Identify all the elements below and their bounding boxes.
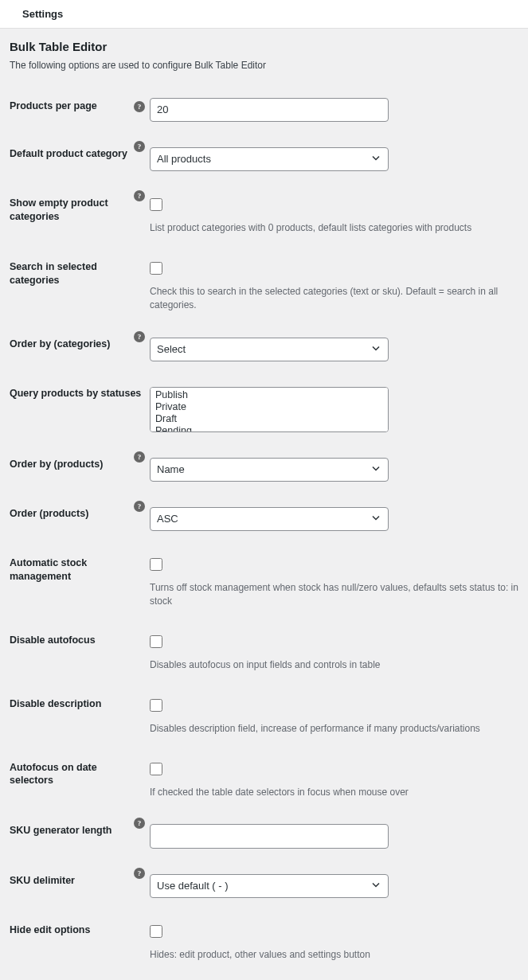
page-title: Settings	[0, 8, 528, 20]
order-products-select[interactable]: ASC	[150, 507, 389, 531]
help-icon[interactable]: ?	[134, 190, 145, 201]
label-search-selected: Search in selected categories	[10, 243, 150, 320]
hide-edit-checkbox[interactable]	[150, 925, 162, 938]
search-selected-desc: Check this to search in the selected cat…	[150, 285, 518, 312]
label-default-category: Default product category ?	[10, 130, 150, 179]
label-sku-length: SKU generator length ?	[10, 806, 150, 856]
label-hide-edit: Hide edit options	[10, 906, 150, 970]
auto-stock-checkbox[interactable]	[150, 558, 162, 571]
products-per-page-input[interactable]	[150, 98, 389, 122]
help-icon[interactable]: ?	[134, 818, 145, 829]
sku-delimiter-select[interactable]: Use default ( - )	[150, 874, 389, 898]
order-by-products-select[interactable]: Name	[150, 458, 389, 482]
help-icon[interactable]: ?	[134, 868, 145, 879]
label-order-by-categories: Order by (categories) ?	[10, 320, 150, 369]
help-icon[interactable]: ?	[134, 451, 145, 463]
disable-description-desc: Disables description field, increase of …	[150, 722, 518, 736]
sku-length-input[interactable]	[150, 824, 389, 848]
autofocus-date-desc: If checked the table date selectors in f…	[150, 786, 518, 799]
hide-edit-desc: Hides: edit product, other values and se…	[150, 948, 518, 962]
disable-autofocus-desc: Disables autofocus on input fields and c…	[150, 658, 518, 672]
label-auto-stock: Automatic stock management	[10, 539, 150, 616]
settings-page: Bulk Table Editor The following options …	[0, 29, 528, 980]
label-products-per-page: Products per page ?	[10, 90, 150, 130]
section-heading: Bulk Table Editor	[10, 40, 518, 53]
order-by-categories-select[interactable]: Select	[150, 338, 389, 361]
label-query-statuses: Query products by statuses	[10, 369, 150, 440]
disable-description-checkbox[interactable]	[150, 699, 162, 712]
search-selected-checkbox[interactable]	[150, 262, 162, 275]
show-empty-categories-desc: List product categories with 0 products,…	[150, 221, 518, 235]
auto-stock-desc: Turns off stock management when stock ha…	[150, 581, 518, 608]
top-header: Settings	[0, 0, 528, 29]
section-description: The following options are used to config…	[10, 60, 518, 71]
label-autofocus-date: Autofocus on date selectors	[10, 744, 150, 807]
label-disable-autofocus: Disable autofocus	[10, 616, 150, 680]
label-order-by-products: Order by (products) ?	[10, 440, 150, 490]
help-icon[interactable]: ?	[134, 501, 145, 512]
help-icon[interactable]: ?	[134, 101, 145, 112]
help-icon[interactable]: ?	[134, 331, 145, 342]
show-empty-categories-checkbox[interactable]	[150, 198, 162, 211]
settings-form: Products per page ? Default product cate…	[10, 90, 518, 980]
label-show-empty-categories: Show empty product categories ?	[10, 179, 150, 243]
label-hide-range: Hide range filter	[10, 969, 150, 980]
autofocus-date-checkbox[interactable]	[150, 763, 162, 775]
default-category-select[interactable]: All products	[150, 147, 389, 171]
disable-autofocus-checkbox[interactable]	[150, 635, 162, 648]
label-disable-description: Disable description	[10, 680, 150, 744]
label-order-products: Order (products) ?	[10, 490, 150, 539]
query-statuses-multiselect[interactable]: Publish Private Draft Pending	[150, 387, 389, 432]
help-icon[interactable]: ?	[134, 141, 145, 152]
label-sku-delimiter: SKU delimiter ?	[10, 857, 150, 906]
